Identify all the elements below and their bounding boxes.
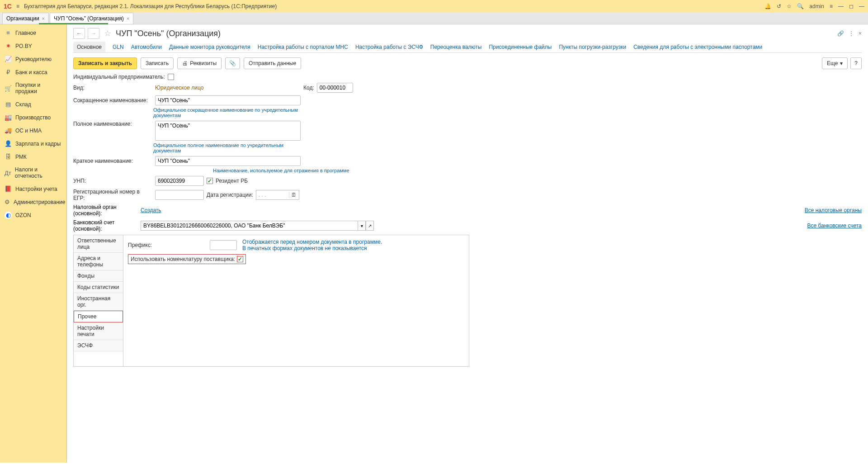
logo-1c: 1C [4,3,12,10]
short-name-hint[interactable]: Официальное сокращенное наименование по … [153,107,299,118]
subnav-currency[interactable]: Переоценка валюты [430,42,482,52]
tab-label: ЧУП "Осень" (Организация) [54,15,124,22]
all-tax-link[interactable]: Все налоговые органы [805,207,862,213]
full-name-input[interactable]: ЧУП "Осень" [155,121,301,141]
subnav-monitor[interactable]: Данные монитора руководителя [169,42,250,52]
tax-create-link[interactable]: Создать [141,207,161,213]
home-icon: ≡ [5,29,12,36]
help-button[interactable]: ? [850,57,862,69]
subnav-files[interactable]: Присоединенные файлы [489,42,552,52]
ip-label: Индивидуальный предприниматель: [73,74,165,80]
subnav-eschf[interactable]: Настройка работы с ЭСЧФ [355,42,423,52]
sidebar-item-sales[interactable]: 🛒Покупки и продажи [0,79,66,98]
full-name-label: Полное наименование: [73,121,152,127]
kebab-icon[interactable]: ⋮ [849,30,854,37]
subnav-gln[interactable]: GLN [113,42,124,52]
sidebar-item-assets[interactable]: 🚚ОС и НМА [0,124,66,137]
forward-button[interactable]: → [88,28,99,39]
reg-date-input[interactable]: 🗓 [256,190,299,200]
tab-organizations[interactable]: Организации × [2,13,49,24]
vtab-other[interactable]: Прочее [74,311,123,322]
bell-icon[interactable]: 🔔 [764,3,771,9]
subnav-main[interactable]: Основное [73,42,105,52]
sidebar-item-admin[interactable]: ⚙Администрирование [0,195,66,208]
short-name-input[interactable] [155,95,301,105]
short-name-label: Сокращенное наименование: [73,97,152,104]
close-page-icon[interactable]: × [859,30,862,37]
vtab-stats[interactable]: Коды статистики [74,282,123,293]
subnav-auto[interactable]: Автомобили [131,42,162,52]
sidebar-item-settings[interactable]: 📕Настройки учета [0,182,66,195]
vtab-funds[interactable]: Фонды [74,270,123,282]
book-icon: 📕 [5,185,12,192]
use-supplier-nomenclature: Использовать номенклатуру поставщика: ✓ [128,254,246,264]
sidebar-item-hr[interactable]: 👤Зарплата и кадры [0,137,66,150]
all-bank-link[interactable]: Все банковские счета [807,223,862,229]
user-label[interactable]: admin [809,3,824,9]
vtab-responsible[interactable]: Ответственные лица [74,235,123,253]
dropdown-toggle[interactable]: ▾ [358,221,366,231]
sidebar-item-manager[interactable]: 📈Руководителю [0,52,66,66]
settings-icon[interactable]: ≡ [830,3,833,9]
unp-input[interactable] [155,176,204,186]
prefix-input[interactable] [210,240,237,250]
bank-label: Банковский счет (основной): [73,219,138,232]
egr-input[interactable] [155,190,204,200]
close-icon[interactable]: × [127,16,129,21]
subnav-passports[interactable]: Сведения для работы с электронными паспо… [633,42,762,52]
vtab-eschf[interactable]: ЭСЧФ [74,340,123,351]
sidebar-item-warehouse[interactable]: ▤Склад [0,98,66,111]
sidebar-item-poby[interactable]: ✷PO.BY [0,39,66,52]
sidebar-item-main[interactable]: ≡Главное [0,26,66,39]
sidebar-item-bank[interactable]: ₽Банк и касса [0,66,66,79]
view-label: Вид: [73,85,152,91]
back-button[interactable]: ← [73,28,85,39]
save-close-button[interactable]: Записать и закрыть [73,57,137,69]
page-title: ЧУП "Осень" (Организация) [116,29,221,38]
code-input[interactable] [317,83,353,93]
subnav-mns[interactable]: Настройка работы с порталом МНС [258,42,348,52]
vtab-print[interactable]: Настройки печати [74,322,123,340]
tax-icon: Дт [5,170,11,176]
vtab-foreign[interactable]: Иностранная орг. [74,293,123,311]
search-icon[interactable]: 🔍 [797,3,804,9]
resident-checkbox[interactable]: ✓ [207,178,213,184]
grid-icon: ▤ [5,101,12,108]
maximize-icon[interactable]: ◻ [849,3,854,9]
open-button[interactable]: ↗ [366,221,374,231]
tab-organization-card[interactable]: ЧУП "Осень" (Организация) × [50,13,133,24]
bank-input[interactable] [141,221,358,231]
egr-label: Регистрационный номер в ЕГР: [73,189,152,201]
resident-label: Резидент РБ [216,178,248,184]
use-supplier-checkbox[interactable]: ✓ [237,256,243,262]
full-name-hint[interactable]: Официальное полное наименование по учред… [153,142,299,153]
subnav: Основное GLN Автомобили Данные монитора … [73,42,862,53]
star-icon[interactable]: ☆ [787,3,792,9]
send-button[interactable]: Отправить данные [244,57,301,69]
save-button[interactable]: Записать [141,57,174,69]
sidebar-item-ozon[interactable]: ◐OZON [0,208,66,222]
subnav-loading[interactable]: Пункты погрузки-разгрузки [559,42,626,52]
brief-name-label: Краткое наименование: [73,158,152,164]
details-button[interactable]: 🖨Реквизиты [177,57,222,69]
attach-button[interactable]: 📎 [225,57,240,69]
ozon-icon: ◐ [5,212,12,219]
tax-label: Налоговый орган (основной): [73,204,138,217]
calendar-icon[interactable]: 🗓 [289,192,299,198]
sidebar-item-tax[interactable]: ДтНалоги и отчетность [0,163,66,182]
more-button[interactable]: Еще ▾ [822,57,848,69]
minimize-icon[interactable]: — [838,3,844,9]
sidebar-item-production[interactable]: 🏭Производство [0,111,66,124]
history-icon[interactable]: ↺ [777,3,781,9]
prefix-hint1: Отображается перед номером документа в п… [242,239,382,245]
favorite-icon[interactable]: ☆ [104,28,111,38]
close-window-icon[interactable]: — [859,3,864,9]
sidebar-item-rmk[interactable]: 🗄РМК [0,150,66,163]
ip-checkbox[interactable] [168,74,174,80]
close-icon[interactable]: × [42,16,45,21]
vtab-contacts[interactable]: Адреса и телефоны [74,253,123,270]
link-icon[interactable]: 🔗 [837,30,844,37]
menu-icon[interactable]: ≡ [16,3,19,9]
brief-name-input[interactable] [155,156,301,166]
brief-name-hint[interactable]: Наименование, используемое для отражения… [213,168,359,173]
